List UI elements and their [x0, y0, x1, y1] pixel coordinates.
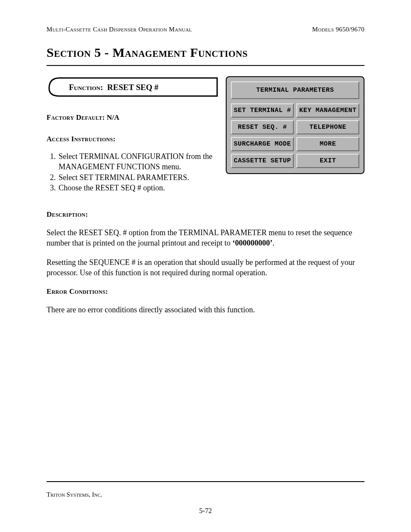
access-instructions-label: Access Instructions: — [47, 135, 115, 143]
access-steps-list: Select TERMINAL CONFIGURATION from the M… — [58, 151, 221, 193]
access-instructions-heading: Access Instructions: — [47, 135, 221, 143]
access-step: Choose the RESET SEQ # option. — [58, 183, 221, 193]
access-step: Select SET TERMINAL PARAMETERS. — [58, 172, 221, 183]
description-paragraph-1: Select the RESET SEQ. # option from the … — [47, 227, 364, 249]
terminal-title: TERMINAL PARAMETERS — [231, 81, 359, 99]
terminal-screenshot: TERMINAL PARAMETERS SET TERMINAL # KEY M… — [226, 76, 364, 174]
factory-default-line: Factory Default: N/A — [47, 113, 221, 122]
function-label-prefix: Function: — [69, 83, 103, 92]
description-paragraph-2: Resetting the SEQUENCE # is an operation… — [47, 257, 364, 278]
function-name: RESET SEQ # — [107, 83, 159, 92]
terminal-title-text: TERMINAL PARAMETERS — [256, 87, 334, 94]
factory-default-value: N/A — [107, 113, 119, 121]
description-label: Description: — [47, 210, 88, 218]
terminal-button-surcharge-mode[interactable]: SURCHARGE MODE — [231, 137, 294, 151]
document-page: Multi-Cassette Cash Dispenser Operation … — [0, 0, 411, 532]
function-tab-label: Function: RESET SEQ # — [69, 83, 159, 92]
terminal-button-more[interactable]: MORE — [296, 137, 359, 151]
access-step: Select TERMINAL CONFIGURATION from the M… — [58, 151, 221, 172]
description-heading: Description: — [47, 210, 364, 219]
running-header: Multi-Cassette Cash Dispenser Operation … — [47, 26, 364, 33]
description-p1-bold: ‘000000000’ — [232, 239, 272, 247]
terminal-button-reset-seq[interactable]: RESET SEQ. # — [231, 120, 294, 134]
function-tab: Function: RESET SEQ # — [47, 76, 221, 102]
error-conditions-text: There are no error conditions directly a… — [47, 305, 364, 315]
terminal-button-telephone[interactable]: TELEPHONE — [296, 120, 359, 134]
section-title-rule — [47, 65, 364, 66]
header-right: Models 9650/9670 — [312, 26, 365, 33]
content-left: Function: RESET SEQ # Factory Default: N… — [47, 76, 221, 193]
terminal-button-cassette-setup[interactable]: CASSETTE SETUP — [231, 154, 294, 168]
terminal-button-set-terminal[interactable]: SET TERMINAL # — [231, 103, 294, 118]
description-p1-b: . — [272, 239, 274, 247]
terminal-button-key-management[interactable]: KEY MANAGEMENT — [296, 103, 359, 118]
description-p1-a: Select the RESET SEQ. # option from the … — [47, 228, 352, 247]
footer-rule — [47, 481, 364, 482]
terminal-button-grid: SET TERMINAL # KEY MANAGEMENT RESET SEQ.… — [231, 103, 359, 168]
footer-company: Triton Systems, Inc. — [47, 491, 103, 498]
section-title: Section 5 - Management Functions — [47, 45, 364, 60]
factory-default-label: Factory Default: — [47, 113, 105, 121]
error-conditions-heading: Error Conditions: — [47, 287, 364, 296]
error-conditions-label: Error Conditions: — [47, 287, 108, 296]
content-two-column: Function: RESET SEQ # Factory Default: N… — [47, 76, 364, 193]
header-left: Multi-Cassette Cash Dispenser Operation … — [47, 26, 192, 33]
page-number: 5-72 — [0, 507, 411, 515]
terminal-button-exit[interactable]: EXIT — [296, 154, 359, 168]
